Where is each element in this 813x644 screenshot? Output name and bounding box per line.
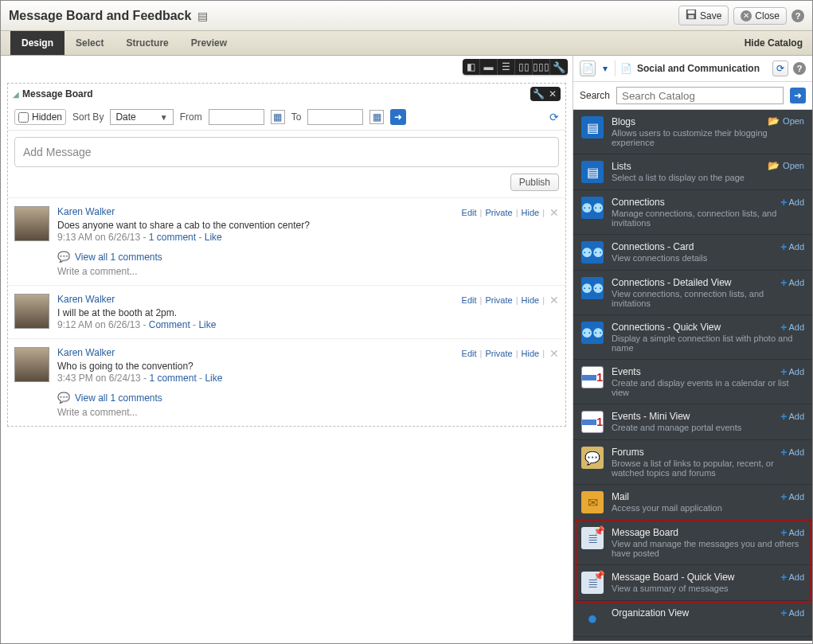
hide-catalog-link[interactable]: Hide Catalog [745,37,803,49]
catalog-item[interactable]: 1 Events Create and display events in a … [573,360,812,404]
plus-icon: + [780,196,787,209]
layout-half-icon[interactable]: ◧ [463,59,480,75]
catalog-item-action[interactable]: 📂Open [768,115,804,127]
write-comment-input[interactable]: Write a comment... [57,407,559,418]
catalog-item-name: Connections - Card [612,241,804,252]
post-edit-link[interactable]: Edit [462,295,477,305]
post-private-link[interactable]: Private [485,349,512,358]
search-go-button[interactable]: ➜ [790,88,806,103]
catalog-item-action[interactable]: +Add [780,196,804,209]
filter-go-button[interactable]: ➜ [390,109,406,125]
post-author-link[interactable]: Karen Walker [57,294,115,305]
folder-open-icon: 📂 [768,115,780,127]
close-button[interactable]: ✕ Close [733,7,787,25]
catalog-item[interactable]: ≣📌 Message Board - Quick View View a sum… [573,565,812,601]
layout-stack-icon[interactable]: ☰ [498,59,515,75]
catalog-item[interactable]: ⚉⚉ Connections - Detailed View View conn… [573,271,812,315]
catalog-item[interactable]: ▤ Lists Select a list to display on the … [573,154,812,190]
catalog-item-name: Connections - Quick View [612,322,804,333]
like-link[interactable]: Like [205,373,222,384]
hidden-checkbox-input[interactable] [18,112,29,123]
refresh-icon[interactable]: ⟳ [549,111,559,123]
catalog-item-action[interactable]: +Add [780,321,804,334]
catalog-item[interactable]: ≣📌 Message Board View and manage the mes… [573,521,812,565]
post-dismiss-icon[interactable]: ✕ [549,294,559,306]
catalog-item[interactable]: ▤ Blogs Allows users to customize their … [573,110,812,154]
catalog-item-action[interactable]: +Add [780,410,804,423]
write-comment-input[interactable]: Write a comment... [57,266,559,277]
catalog-item-desc: Allows users to customize their blogging… [612,128,804,147]
catalog-item-action[interactable]: +Add [780,490,804,503]
catalog-refresh-icon[interactable]: ⟳ [772,60,788,76]
post-dismiss-icon[interactable]: ✕ [549,206,559,219]
catalog-up-button[interactable]: 📄 [580,60,596,76]
tab-structure[interactable]: Structure [115,31,179,55]
to-calendar-icon[interactable]: ▦ [369,110,384,124]
like-link[interactable]: Like [205,232,222,243]
portlet-close-icon[interactable]: ✕ [545,88,560,100]
view-comments-link[interactable]: 💬View all 1 comments [57,251,559,263]
catalog-item[interactable]: 1 Events - Mini View Create and manage p… [573,404,812,440]
catalog-item[interactable]: 💬 Forums Browse a list of links to popul… [573,440,812,485]
help-icon[interactable]: ? [792,10,804,22]
avatar[interactable] [14,347,49,382]
portlet-settings-icon[interactable]: 🔧 [531,88,545,100]
wrench-icon[interactable]: 🔧 [550,59,568,75]
view-comments-link[interactable]: 💬View all 1 comments [57,392,559,404]
layout-col2-icon[interactable]: ▯▯ [515,59,533,75]
catalog-item-action[interactable]: +Add [780,276,804,289]
post-private-link[interactable]: Private [485,208,512,217]
from-calendar-icon[interactable]: ▦ [271,110,285,124]
catalog-item-name: Mail [612,491,804,502]
database-icon: ▤ [197,10,208,22]
post-dismiss-icon[interactable]: ✕ [549,347,559,360]
catalog-item-action[interactable]: +Add [780,526,804,539]
avatar[interactable] [14,294,49,329]
tab-design[interactable]: Design [10,31,64,55]
tab-select[interactable]: Select [64,31,115,55]
catalog-help-icon[interactable]: ? [793,62,806,75]
post-author-link[interactable]: Karen Walker [57,206,115,217]
search-input[interactable] [616,87,784,104]
from-date-input[interactable] [209,109,264,125]
like-link[interactable]: Like [198,319,216,330]
catalog-title: Social and Communication [637,63,760,74]
catalog-dropdown-icon[interactable]: ▾ [600,60,610,76]
catalog-item[interactable]: ⚉⚉ Connections Manage connections, conne… [573,190,812,235]
save-button[interactable]: Save [678,6,729,25]
comment-count-link[interactable]: 1 comment [149,232,196,243]
post-author-link[interactable]: Karen Walker [57,347,115,358]
component-icon: ▤ [581,161,604,183]
catalog-list[interactable]: ▤ Blogs Allows users to customize their … [573,110,812,641]
publish-button[interactable]: Publish [510,174,559,191]
tab-preview[interactable]: Preview [180,31,238,55]
catalog-item[interactable]: ⚉⚉ Connections - Quick View Display a si… [573,315,812,360]
catalog-item-action[interactable]: +Add [780,571,804,584]
tab-bar: Design Select Structure Preview Hide Cat… [1,31,812,56]
hidden-checkbox[interactable]: Hidden [14,109,66,125]
catalog-item-action[interactable]: +Add [780,446,804,459]
post-edit-link[interactable]: Edit [462,349,477,358]
layout-single-icon[interactable]: ▬ [480,59,498,75]
catalog-item-action[interactable]: +Add [780,365,804,378]
add-message-input[interactable]: Add Message [14,137,559,167]
catalog-item[interactable]: ⚉⚉ Connections - Card View connections d… [573,235,812,271]
sortby-select[interactable]: Date ▼ [110,109,173,125]
catalog-item-action[interactable]: 📂Open [768,160,804,171]
post-edit-link[interactable]: Edit [462,208,477,217]
comment-count-link[interactable]: 1 comment [149,373,196,384]
post-hide-link[interactable]: Hide [522,349,540,358]
catalog-item[interactable]: ● Organization View +Add [573,601,812,637]
to-date-input[interactable] [307,109,363,125]
avatar[interactable] [14,206,49,241]
collapse-icon[interactable]: ◢ [13,90,19,99]
post-hide-link[interactable]: Hide [522,208,540,217]
post-private-link[interactable]: Private [485,295,512,305]
post-hide-link[interactable]: Hide [522,295,540,305]
comment-link[interactable]: Comment [149,319,190,330]
catalog-item[interactable]: ✉ Mail Access your mail application +Add [573,485,812,521]
plus-icon: + [780,446,787,459]
catalog-item-action[interactable]: +Add [780,240,804,253]
catalog-item-action[interactable]: +Add [780,607,804,619]
layout-col3-icon[interactable]: ▯▯▯ [533,59,550,75]
